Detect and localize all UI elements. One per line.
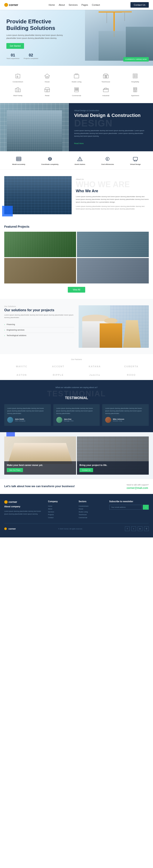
svg-rect-35 xyxy=(134,88,135,89)
cta-card-2-button[interactable]: Contact Us xyxy=(79,468,93,472)
hero-cta-button[interactable]: Get Started xyxy=(6,43,24,49)
property-item-retail[interactable]: Retail xyxy=(33,86,61,97)
test-author-1: John Smith CEO, Company xyxy=(7,417,48,423)
footer-link-home[interactable]: Home xyxy=(48,505,74,508)
testimonial-card-1: Lorem ipsum dummy placeholder dummy text… xyxy=(4,404,51,426)
solution-item-financing[interactable]: › Financing xyxy=(4,322,74,328)
property-item-multifamily[interactable]: Multi Family xyxy=(4,86,31,97)
projects-grid xyxy=(4,232,149,283)
partner-mavitc[interactable]: MAVITC xyxy=(4,364,39,369)
site-logo[interactable]: corner xyxy=(4,3,18,7)
footer-link-services[interactable]: Services xyxy=(48,510,74,514)
svg-marker-21 xyxy=(45,88,50,89)
nav-pages[interactable]: Pages xyxy=(81,4,88,6)
project-card-4[interactable] xyxy=(77,258,149,283)
svg-rect-37 xyxy=(134,90,135,90)
footer-email-input[interactable] xyxy=(109,505,142,509)
industrial-icon xyxy=(102,86,110,93)
property-item-house[interactable]: House xyxy=(33,72,61,83)
partner-aston[interactable]: ASTON xyxy=(4,372,39,378)
footer-sector-commercial[interactable]: Commercial xyxy=(79,516,105,519)
svg-rect-20 xyxy=(45,89,50,92)
solution-label-financing: Financing xyxy=(7,323,15,326)
social-facebook[interactable]: f xyxy=(125,526,130,531)
cta-card-1-title: Make your best career move yet. xyxy=(7,464,74,466)
cta-card-2-title: Bring your project to life. xyxy=(79,464,146,466)
property-item-condominium[interactable]: Condominium xyxy=(4,72,31,83)
svg-rect-36 xyxy=(135,88,136,89)
footer: corner About company Lorem ipsum dummy p… xyxy=(0,494,153,538)
vdc-read-more[interactable]: Read More xyxy=(74,143,84,145)
property-item-commercial[interactable]: Commercial xyxy=(63,86,90,97)
nav-about[interactable]: About xyxy=(59,4,65,6)
property-item-studio[interactable]: Studio Living xyxy=(63,72,90,83)
partner-rooo[interactable]: ROOO xyxy=(114,372,149,378)
vdc-description: Lorem ipsum dummy placeholder dummy text… xyxy=(74,129,148,137)
property-item-townhouse[interactable]: Townhouse xyxy=(92,72,120,83)
partner-jamilla[interactable]: Jamilla xyxy=(77,372,112,378)
solution-label-engineering: Engineering services xyxy=(7,329,24,331)
cost-icon: $ xyxy=(104,156,111,162)
property-grid: Condominium House Studio Living Townhous… xyxy=(4,72,149,97)
nav-cta-button[interactable]: Contact Us xyxy=(130,2,149,8)
project-card-2[interactable] xyxy=(77,232,149,257)
townhouse-icon xyxy=(102,72,110,80)
vdc-title: Virtual Design & Construction xyxy=(74,113,148,118)
project-card-1[interactable] xyxy=(4,232,76,257)
property-item-industrial[interactable]: Industrial xyxy=(92,86,120,97)
property-item-hospitality[interactable]: Hospitality xyxy=(122,72,149,83)
project-card-3[interactable] xyxy=(4,258,76,283)
feature-coordinate[interactable]: Coordinate completely xyxy=(41,156,58,165)
footer-sector-townhouse[interactable]: Townhouse xyxy=(79,513,105,516)
social-twitter[interactable]: t xyxy=(131,526,136,531)
svg-rect-55 xyxy=(133,157,137,160)
solution-item-engineering[interactable]: › Engineering services xyxy=(4,328,74,333)
footer-sectors-col: Sectors Condominium House Studio Living … xyxy=(79,500,105,519)
footer-link-projects[interactable]: Projects xyxy=(48,513,74,516)
partner-katana[interactable]: KATANA xyxy=(77,364,112,369)
social-linkedin[interactable]: in xyxy=(138,526,143,531)
solution-label-technological: Technological solutions xyxy=(7,334,26,337)
test-name-2: Jane Doe xyxy=(64,418,74,420)
footer-logo-text: corner xyxy=(8,500,17,503)
partner-cuberta[interactable]: CUBERTA xyxy=(114,364,149,369)
footer-subscribe-button[interactable]: → xyxy=(143,505,149,509)
nav-services[interactable]: Services xyxy=(69,4,78,6)
footer-subscribe-form: → xyxy=(109,505,149,509)
footer-link-about[interactable]: About xyxy=(48,507,74,510)
property-item-apartment[interactable]: Apartment xyxy=(122,86,149,97)
stat-1-label: Years experience xyxy=(6,58,20,59)
svg-marker-31 xyxy=(103,88,105,89)
test-avatar-2 xyxy=(56,417,62,423)
svg-rect-18 xyxy=(17,88,19,92)
footer-sector-condo[interactable]: Condominium xyxy=(79,505,105,508)
solution-item-technological[interactable]: › Technological solutions xyxy=(4,333,74,338)
partner-accent[interactable]: ACCENT xyxy=(41,364,76,369)
cta-card-1-button[interactable]: See Our Plans xyxy=(7,468,23,472)
partner-ripple[interactable]: RIPPLE xyxy=(41,372,76,378)
hospitality-label: Hospitality xyxy=(122,81,149,83)
footer-link-contact[interactable]: Contact xyxy=(48,516,74,519)
footer-copyright: © 2024 Corner. All rights reserved. xyxy=(58,528,83,530)
feature-clashes[interactable]: Avoid clashes xyxy=(75,156,85,165)
model-icon xyxy=(15,156,23,162)
transform-email[interactable]: corner@mail.com xyxy=(127,487,148,490)
view-all-button[interactable]: View All xyxy=(68,287,85,292)
footer-sector-house[interactable]: House xyxy=(79,507,105,510)
svg-text:$: $ xyxy=(107,158,108,160)
vdc-design-word: DESIGN xyxy=(74,119,148,127)
nav-home[interactable]: Home xyxy=(49,4,55,6)
solutions-image-wrap xyxy=(79,305,149,348)
testimonial-card-2: Lorem ipsum dummy placeholder dummy text… xyxy=(53,404,100,426)
feature-virtual[interactable]: Virtual Design xyxy=(130,156,141,165)
engineers-image xyxy=(79,305,149,348)
testimonial-subtitle: What our valuable customer are saying ab… xyxy=(4,386,149,389)
footer-logo[interactable]: corner xyxy=(4,500,44,504)
vdc-content: Virtual Design & Construction Virtual De… xyxy=(69,103,153,151)
feature-cost[interactable]: $ Cost efficiencies xyxy=(101,156,114,165)
footer-sector-studio[interactable]: Studio Living xyxy=(79,510,105,514)
social-link[interactable]: ⚲ xyxy=(144,526,149,531)
nav-contact[interactable]: Contact xyxy=(92,4,100,6)
feature-model[interactable]: Model accurately xyxy=(12,156,25,165)
who-title: Who We Are xyxy=(76,189,149,193)
